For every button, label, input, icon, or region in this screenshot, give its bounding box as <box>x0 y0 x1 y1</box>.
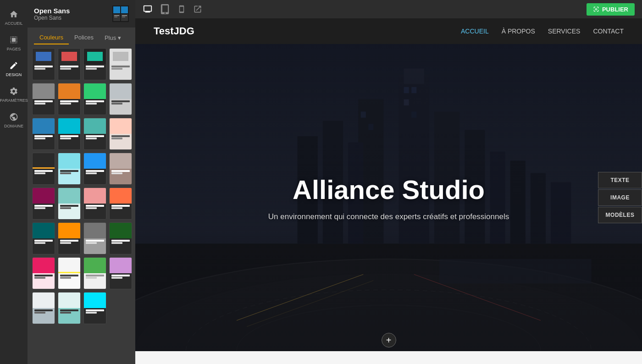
device-switcher <box>143 4 202 14</box>
home-icon <box>9 9 19 19</box>
swatch-row <box>32 292 131 324</box>
hero-section: Alliance Studio Un environnement qui con… <box>135 44 642 351</box>
sidebar-item-accueil-label: ACCUEIL <box>5 21 22 26</box>
swatch-row <box>32 257 131 289</box>
swatch-card[interactable] <box>83 83 106 115</box>
tab-polices[interactable]: Polices <box>69 31 99 44</box>
nav-link-services[interactable]: SERVICES <box>548 28 581 35</box>
main-area: PUBLIER TestJDG ACCUEIL À PROPOS SERVICE… <box>135 0 642 364</box>
nav-link-contact[interactable]: CONTACT <box>593 28 624 35</box>
swatch-card[interactable] <box>109 48 132 80</box>
sidebar-item-design-label: DESIGN <box>6 72 22 77</box>
panel-font-subtitle: Open Sans <box>34 15 70 21</box>
swatch-card[interactable] <box>32 292 55 324</box>
site-nav-links: ACCUEIL À PROPOS SERVICES CONTACT <box>461 28 624 35</box>
swatch-card[interactable] <box>109 153 132 185</box>
swatch-row <box>32 153 131 185</box>
swatch-card[interactable] <box>83 257 106 289</box>
tab-plus[interactable]: Plus ▾ <box>99 31 127 44</box>
domain-icon <box>9 112 19 122</box>
swatch-card[interactable] <box>83 222 106 254</box>
swatch-card[interactable] <box>83 292 106 324</box>
modeles-button[interactable]: MODÈLES <box>598 207 642 223</box>
site-nav: TestJDG ACCUEIL À PROPOS SERVICES CONTAC… <box>135 18 642 44</box>
swatch-card[interactable] <box>32 83 55 115</box>
sidebar-item-pages[interactable]: PAGES <box>0 30 28 56</box>
swatch-row <box>32 118 131 150</box>
right-panel-buttons: TEXTE IMAGE MODÈLES <box>598 172 642 223</box>
swatch-card[interactable] <box>109 118 132 150</box>
external-link-btn[interactable] <box>193 5 202 14</box>
swatch-row <box>32 83 131 115</box>
sidebar-item-design[interactable]: DESIGN <box>0 56 28 82</box>
hero-title: Alliance Studio <box>268 174 509 205</box>
add-section-button[interactable]: + <box>382 333 396 347</box>
sidebar-item-accueil[interactable]: ACCUEIL <box>0 5 28 30</box>
swatch-card[interactable] <box>32 222 55 254</box>
swatch-card[interactable] <box>83 188 106 220</box>
swatch-card[interactable] <box>58 153 81 185</box>
panel-header-text: Open Sans Open Sans <box>34 7 70 21</box>
nav-link-apropos[interactable]: À PROPOS <box>502 28 535 35</box>
bottom-strip <box>135 351 642 364</box>
tablet-device-btn[interactable] <box>160 4 170 14</box>
sidebar: ACCUEIL PAGES DESIGN PARAMÈTRES DOMAINE <box>0 0 28 364</box>
sidebar-item-parametres-label: PARAMÈTRES <box>0 98 28 103</box>
nav-link-accueil[interactable]: ACCUEIL <box>461 28 489 35</box>
swatch-card[interactable] <box>32 118 55 150</box>
topbar: PUBLIER <box>135 0 642 18</box>
swatch-card[interactable] <box>83 118 106 150</box>
swatch-card[interactable] <box>109 83 132 115</box>
swatch-card[interactable] <box>58 48 81 80</box>
swatch-card[interactable] <box>83 153 106 185</box>
swatch-card[interactable] <box>58 188 81 220</box>
desktop-device-btn[interactable] <box>143 4 153 14</box>
swatch-card[interactable] <box>32 257 55 289</box>
design-panel: Open Sans Open Sans Couleurs Polices Plu… <box>28 0 135 364</box>
swatch-row <box>32 188 131 220</box>
sidebar-item-domaine[interactable]: DOMAINE <box>0 107 28 133</box>
panel-header: Open Sans Open Sans <box>28 0 135 28</box>
panel-font-title: Open Sans <box>34 7 70 15</box>
swatch-card[interactable] <box>58 118 81 150</box>
design-icon <box>9 61 19 71</box>
hero-content: Alliance Studio Un environnement qui con… <box>268 174 509 221</box>
swatch-card[interactable] <box>58 257 81 289</box>
swatch-card[interactable] <box>58 222 81 254</box>
swatch-card[interactable] <box>109 222 132 254</box>
hero-subtitle: Un environnement qui connecte des expert… <box>268 212 509 221</box>
swatches-container <box>28 44 135 364</box>
texte-button[interactable]: TEXTE <box>598 172 642 188</box>
swatch-row <box>32 48 131 80</box>
swatch-card[interactable] <box>83 48 106 80</box>
swatch-card[interactable] <box>32 153 55 185</box>
pages-icon <box>9 35 19 45</box>
publish-button[interactable]: PUBLIER <box>587 3 635 16</box>
swatch-card[interactable] <box>109 257 132 289</box>
sidebar-item-parametres[interactable]: PARAMÈTRES <box>0 82 28 107</box>
swatch-card[interactable] <box>58 292 81 324</box>
panel-font-thumb <box>112 6 129 22</box>
site-preview: TestJDG ACCUEIL À PROPOS SERVICES CONTAC… <box>135 18 642 364</box>
site-logo[interactable]: TestJDG <box>154 25 194 37</box>
swatch-row <box>32 222 131 254</box>
swatch-card[interactable] <box>32 48 55 80</box>
panel-tabs: Couleurs Polices Plus ▾ <box>28 28 135 44</box>
swatch-card[interactable] <box>109 188 132 220</box>
sidebar-item-domaine-label: DOMAINE <box>4 124 23 128</box>
swatch-card[interactable] <box>32 188 55 220</box>
image-button[interactable]: IMAGE <box>598 189 642 206</box>
publish-label: PUBLIER <box>602 6 628 13</box>
sidebar-item-pages-label: PAGES <box>7 47 21 51</box>
mobile-device-btn[interactable] <box>177 4 186 14</box>
swatch-card[interactable] <box>58 83 81 115</box>
settings-icon <box>9 86 19 96</box>
tab-couleurs[interactable]: Couleurs <box>34 31 69 44</box>
